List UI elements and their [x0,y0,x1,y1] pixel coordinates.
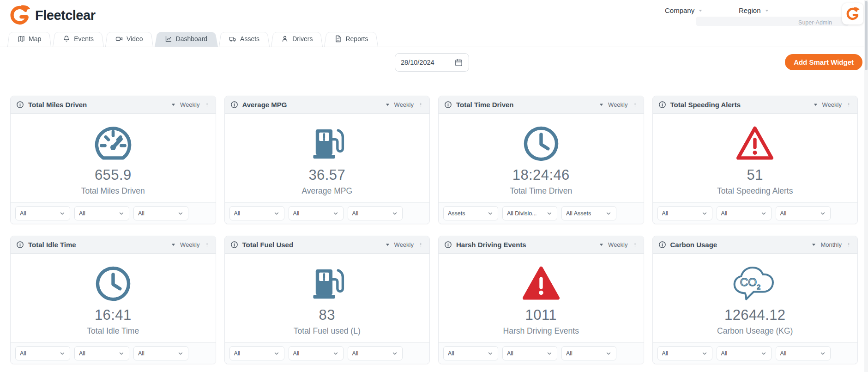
date-input[interactable] [395,53,469,72]
kebab-menu-icon[interactable] [417,101,424,108]
info-icon[interactable] [16,101,24,109]
tab-assets[interactable]: Assets [219,30,270,47]
widget-filters: All All All [11,202,216,224]
widget-value-label: Average MPG [301,186,352,196]
filter-select[interactable]: All [15,346,70,360]
kebab-menu-icon[interactable] [417,241,424,248]
widget-header: Total Idle Time Weekly [11,236,216,254]
widget-period[interactable]: Weekly [180,241,199,248]
widget-period[interactable]: Weekly [608,241,627,248]
filter-select[interactable]: All [229,206,284,220]
tab-drivers[interactable]: Drivers [271,30,323,47]
filter-select[interactable]: All [74,206,129,220]
caret-down-icon[interactable] [385,102,391,108]
info-icon[interactable] [658,241,666,249]
filter-select[interactable]: All [348,346,403,360]
chevron-down-icon [487,350,494,357]
widget-filters: All All All [439,342,644,364]
filter-select[interactable]: All [657,206,712,220]
line-chart-icon [165,35,172,43]
info-icon[interactable] [444,241,452,249]
info-icon[interactable] [658,101,666,109]
widget-period[interactable]: Weekly [822,101,842,108]
scrollbar-thumb[interactable] [865,1,868,70]
chevron-down-icon [273,210,280,217]
filter-select[interactable]: All [133,206,188,220]
filter-select[interactable]: All [229,346,284,360]
tab-map[interactable]: Map [7,30,51,47]
filter-select[interactable]: All [443,346,498,360]
chevron-down-icon [332,350,339,357]
filter-select[interactable]: All Divisio... [502,206,557,220]
caret-down-icon[interactable] [811,242,817,248]
caret-down-icon[interactable] [598,102,604,108]
widget-card-total-fuel-used: Total Fuel Used Weekly 83 Total Fuel use… [224,236,430,364]
filter-select[interactable]: Assets [443,206,498,220]
filter-select[interactable]: All [15,206,70,220]
caret-down-icon[interactable] [598,242,604,248]
tab-bar: Map Events Video Dashboard Assets Driver… [0,30,868,47]
chevron-down-icon [392,350,398,357]
filter-select[interactable]: All [289,206,344,220]
company-dropdown[interactable]: Company [665,6,703,14]
filter-select[interactable]: All [561,346,616,360]
chevron-down-icon [487,210,494,217]
chevron-down-icon [546,210,553,217]
kebab-menu-icon[interactable] [845,101,852,108]
info-icon[interactable] [16,241,24,249]
widget-period[interactable]: Weekly [394,101,414,108]
widget-period[interactable]: Weekly [180,101,199,108]
widget-card-total-miles-driven: Total Miles Driven Weekly 655.9 Total Mi… [10,96,216,224]
kebab-menu-icon[interactable] [204,101,211,108]
caret-down-icon[interactable] [170,102,176,108]
tab-reports[interactable]: Reports [324,30,378,47]
add-smart-widget-button[interactable]: Add Smart Widget [785,54,862,70]
tab-dashboard[interactable]: Dashboard [155,30,218,47]
widget-title: Average MPG [242,101,287,109]
caret-down-icon[interactable] [385,242,391,248]
widget-period[interactable]: Monthly [820,241,842,248]
fleetclear-logo-icon [846,7,860,21]
caret-down-icon[interactable] [813,102,819,108]
filter-select[interactable]: All [657,346,712,360]
widget-card-carbon-usage: Carbon Usage Monthly 12644.12 Carbon Use… [652,236,858,364]
filter-select[interactable]: All [348,206,403,220]
filter-select[interactable]: All [776,346,831,360]
widget-value-label: Total Fuel used (L) [294,326,361,336]
caret-down-icon[interactable] [170,242,176,248]
filter-select[interactable]: All [133,346,188,360]
info-icon[interactable] [230,241,238,249]
info-icon[interactable] [230,101,238,109]
chevron-down-icon [332,210,339,217]
widget-period[interactable]: Weekly [394,241,414,248]
widget-value-label: Total Time Driven [510,186,572,196]
info-icon[interactable] [444,101,452,109]
filter-select[interactable]: All [717,346,772,360]
widget-body: 12644.12 Carbon Useage (KG) [653,254,858,342]
filter-select[interactable]: All [717,206,772,220]
filter-select[interactable]: All [502,346,557,360]
filter-select[interactable]: All [74,346,129,360]
widget-body: 655.9 Total Miles Driven [11,114,216,202]
widget-body: 16:41 Total Idle Time [11,254,216,342]
tab-events[interactable]: Events [53,30,104,47]
kebab-menu-icon[interactable] [632,101,639,108]
widget-value: 18:24:46 [512,167,570,183]
kebab-menu-icon[interactable] [845,241,852,248]
chevron-down-icon [760,210,767,217]
widget-value-label: Carbon Useage (KG) [717,326,793,336]
region-dropdown[interactable]: Region [739,6,770,14]
widget-title: Total Miles Driven [28,101,87,109]
widget-header: Harsh Driving Events Weekly [439,236,644,254]
widget-period[interactable]: Weekly [608,101,627,108]
filter-select[interactable]: All [289,346,344,360]
user-avatar[interactable] [842,3,863,24]
widget-header: Total Time Driven Weekly [439,96,644,114]
filter-select[interactable]: All Assets [561,206,616,220]
date-value[interactable] [401,59,447,66]
filter-select[interactable]: All [776,206,831,220]
tab-video[interactable]: Video [105,30,153,47]
kebab-menu-icon[interactable] [204,241,211,248]
kebab-menu-icon[interactable] [632,241,639,248]
widget-title: Carbon Usage [670,241,717,249]
